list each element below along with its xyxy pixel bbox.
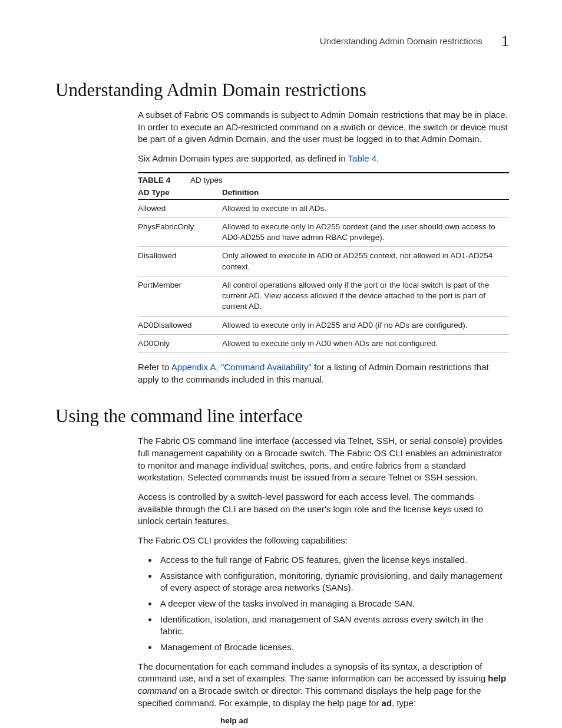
paragraph: Refer to Appendix A, "Command Availabili…	[138, 361, 509, 386]
table-header-cell: AD Type	[138, 186, 222, 200]
table-row: PhysFabricOnly Allowed to execute only i…	[138, 218, 509, 246]
list-item: Assistance with configuration, monitorin…	[158, 570, 509, 594]
list-item: Identification, isolation, and managemen…	[158, 614, 509, 638]
table-row: AD0Only Allowed to execute only in AD0 w…	[138, 334, 509, 353]
section-heading-2: Using the command line interface	[55, 406, 509, 427]
paragraph: Access is controlled by a switch-level p…	[138, 491, 509, 528]
running-header: Understanding Admin Domain restrictions …	[55, 32, 509, 50]
list-item: Management of Brocade licenses.	[158, 641, 509, 654]
section-1-body: A subset of Fabric OS commands is subjec…	[138, 109, 509, 386]
table-label: TABLE 4	[138, 176, 189, 185]
table-4: TABLE 4 AD types AD Type Definition Allo…	[138, 172, 509, 353]
help-command-name: help	[488, 673, 506, 683]
ad-command-name: ad	[382, 698, 392, 708]
paragraph: Six Admin Domain types are supported, as…	[138, 153, 509, 165]
table-row: AD0Disallowed Allowed to execute only in…	[138, 316, 509, 334]
list-item: A deeper view of the tasks involved in m…	[158, 598, 509, 610]
table-row: Disallowed Only allowed to execute in AD…	[138, 247, 509, 276]
ad-types-table: AD Type Definition Allowed Allowed to ex…	[138, 186, 509, 353]
table-row: Allowed Allowed to execute in all ADs.	[138, 199, 509, 218]
table-title: AD types	[190, 176, 223, 185]
page: Understanding Admin Domain restrictions …	[0, 0, 562, 728]
table-caption: TABLE 4 AD types	[138, 172, 509, 185]
section-2-body: The Fabric OS command line interface (ac…	[138, 435, 509, 725]
running-title: Understanding Admin Domain restrictions	[320, 36, 482, 46]
chapter-number: 1	[501, 32, 509, 50]
example-command: help ad	[220, 716, 509, 725]
appendix-link[interactable]: Appendix A, "Command Availability"	[171, 362, 312, 372]
table-header-cell: Definition	[222, 186, 509, 200]
paragraph: The Fabric OS command line interface (ac…	[138, 435, 509, 484]
capabilities-list: Access to the full range of Fabric OS fe…	[138, 554, 509, 654]
table-reference-link[interactable]: Table 4	[348, 153, 376, 163]
section-heading-1: Understanding Admin Domain restrictions	[55, 80, 509, 101]
paragraph: A subset of Fabric OS commands is subjec…	[138, 109, 509, 146]
paragraph: The Fabric OS CLI provides the following…	[138, 535, 509, 547]
paragraph: The documentation for each command inclu…	[138, 661, 509, 710]
list-item: Access to the full range of Fabric OS fe…	[158, 554, 509, 566]
table-row: PortMember All control operations allowe…	[138, 276, 509, 316]
